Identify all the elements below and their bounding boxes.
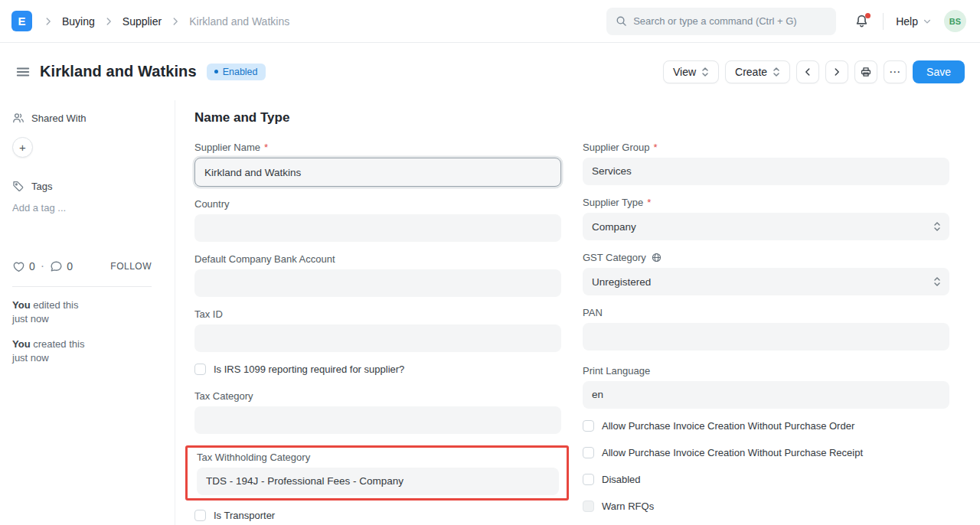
activity-entry: You edited this just now [12, 298, 162, 326]
is-transporter-checkbox[interactable]: Is Transporter [194, 510, 561, 521]
breadcrumb-current: Kirkland and Watkins [189, 15, 289, 28]
checkbox-icon [583, 501, 594, 512]
create-button-label: Create [735, 66, 767, 78]
pan-label: PAN [583, 307, 603, 318]
irs-1099-checkbox[interactable]: Is IRS 1099 reporting required for suppl… [194, 364, 561, 375]
dot-separator: · [41, 259, 44, 273]
app-logo[interactable]: E [11, 11, 32, 31]
tax-withholding-category-input[interactable] [197, 468, 559, 495]
activity-user: You [12, 338, 31, 350]
field-supplier-type: Supplier Type * Company [583, 197, 949, 240]
checkbox-icon [583, 420, 594, 432]
supplier-type-select[interactable]: Company [583, 213, 949, 240]
tags-section: Tags [12, 180, 162, 192]
activity-user: You [12, 299, 31, 311]
breadcrumb-supplier[interactable]: Supplier [122, 15, 162, 28]
help-menu[interactable]: Help [896, 15, 932, 28]
tax-id-input[interactable] [194, 324, 561, 352]
more-options-button[interactable]: ⋯ [884, 60, 906, 83]
field-label: Tax ID [194, 308, 561, 320]
global-search[interactable] [606, 8, 836, 35]
country-input[interactable] [194, 214, 561, 242]
default-company-bank-account-input[interactable] [194, 269, 561, 297]
header-actions: View Create ⋯ [663, 60, 965, 83]
navbar-divider [883, 13, 884, 30]
checkbox-icon [194, 510, 206, 521]
user-avatar[interactable]: BS [944, 10, 966, 32]
ellipsis-icon: ⋯ [889, 65, 901, 79]
status-badge-label: Enabled [223, 67, 258, 77]
status-badge: Enabled [207, 64, 266, 80]
checkbox-icon [194, 364, 206, 375]
status-dot-icon [214, 70, 218, 73]
previous-record-button[interactable] [796, 60, 819, 83]
tax-withholding-category-label: Tax Withholding Category [197, 452, 310, 463]
shared-with-section: Shared With [12, 112, 162, 124]
field-label: GST Category [583, 252, 949, 263]
field-default-company-bank-account: Default Company Bank Account [194, 253, 561, 297]
comment-icon [50, 260, 63, 273]
supplier-group-input[interactable] [583, 158, 949, 185]
disabled-checkbox[interactable]: Disabled [583, 474, 949, 485]
globe-icon [652, 253, 662, 262]
pan-input[interactable] [583, 323, 949, 351]
field-print-language: Print Language [583, 365, 949, 409]
field-label: Print Language [583, 365, 949, 377]
field-label: Tax Withholding Category [197, 452, 559, 463]
allow-pi-without-po-label: Allow Purchase Invoice Creation Without … [602, 420, 854, 432]
chevron-up-down-icon [701, 67, 709, 77]
add-share-button[interactable]: + [12, 137, 33, 158]
breadcrumb-buying[interactable]: Buying [62, 15, 95, 28]
tax-id-label: Tax ID [194, 308, 223, 320]
create-button[interactable]: Create [725, 60, 790, 83]
chevron-up-down-icon [933, 276, 941, 287]
supplier-type-label: Supplier Type [583, 197, 643, 208]
print-button[interactable] [854, 60, 877, 83]
users-icon [12, 112, 24, 124]
notifications-button[interactable] [854, 14, 869, 28]
activity-time: just now [12, 312, 162, 326]
page-header: Kirkland and Watkins Enabled View Create [0, 43, 980, 100]
engagement-row: 0 · 0 FOLLOW [12, 259, 162, 273]
supplier-name-label: Supplier Name [194, 142, 260, 153]
follow-button[interactable]: FOLLOW [110, 261, 152, 272]
sidebar-divider [12, 286, 152, 287]
comments-button[interactable]: 0 [50, 260, 73, 273]
print-language-input[interactable] [583, 381, 949, 409]
supplier-name-input[interactable] [194, 158, 561, 187]
heart-icon [12, 260, 25, 273]
gst-category-select[interactable]: Unregistered [583, 268, 949, 295]
chevron-up-down-icon [773, 67, 780, 77]
section-title: Name and Type [194, 110, 949, 126]
field-label: Supplier Type * [583, 197, 949, 208]
tax-category-input[interactable] [194, 406, 561, 434]
printer-icon [860, 66, 872, 78]
tax-withholding-highlight-box: Tax Withholding Category [185, 445, 569, 501]
allow-pi-without-pr-checkbox[interactable]: Allow Purchase Invoice Creation Without … [583, 447, 949, 458]
avatar-initials: BS [949, 17, 961, 26]
tax-category-label: Tax Category [194, 390, 253, 402]
chevron-right-icon [170, 16, 181, 27]
disabled-label: Disabled [602, 474, 641, 485]
view-button[interactable]: View [663, 60, 719, 83]
save-button[interactable]: Save [913, 60, 965, 83]
chevron-up-down-icon [933, 221, 941, 232]
is-transporter-label: Is Transporter [214, 510, 275, 521]
view-button-label: View [673, 66, 696, 78]
add-tag-input[interactable]: Add a tag ... [12, 202, 162, 214]
sidebar-toggle-button[interactable] [12, 61, 34, 83]
supplier-group-label: Supplier Group [583, 142, 649, 153]
search-input[interactable] [633, 15, 827, 27]
field-pan: PAN [583, 307, 949, 351]
field-label: Default Company Bank Account [194, 253, 561, 265]
allow-pi-without-po-checkbox[interactable]: Allow Purchase Invoice Creation Without … [583, 420, 949, 432]
warn-rfqs-checkbox[interactable]: Warn RFQs [583, 501, 949, 512]
chevron-right-icon [103, 16, 114, 27]
required-marker: * [264, 142, 268, 153]
help-label: Help [896, 15, 918, 28]
tag-icon [12, 180, 24, 192]
like-button[interactable]: 0 [12, 260, 35, 273]
next-record-button[interactable] [825, 60, 848, 83]
field-label: Supplier Name * [194, 142, 561, 153]
top-navbar: E Buying Supplier Kirkland and Watkins H… [0, 0, 980, 43]
